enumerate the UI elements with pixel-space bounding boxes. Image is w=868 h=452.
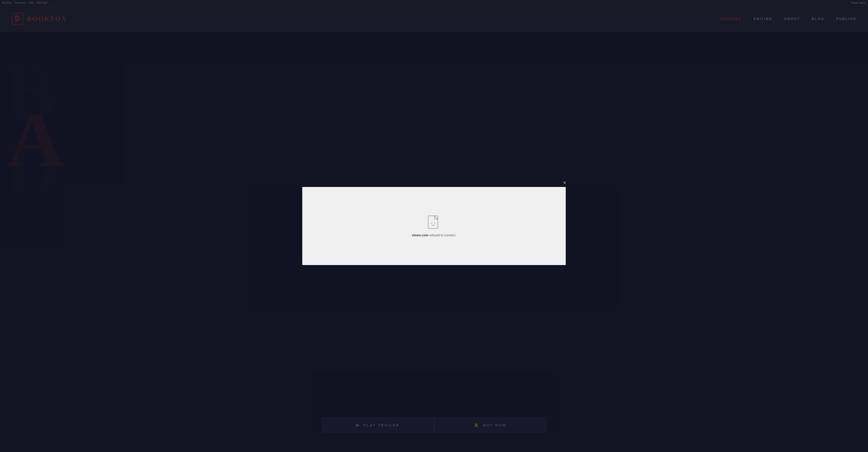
svg-point-2	[434, 222, 435, 223]
modal-close-button[interactable]: ×	[563, 180, 566, 185]
modal-overlay: × vimeo.com refused to connect.	[0, 0, 868, 452]
svg-point-1	[431, 222, 432, 223]
error-text: refused to connect.	[429, 233, 456, 237]
error-domain: vimeo.com	[412, 233, 428, 237]
modal-error-message: vimeo.com refused to connect.	[412, 233, 456, 237]
modal-box: × vimeo.com refused to connect.	[302, 187, 566, 265]
error-document-icon	[428, 215, 440, 230]
